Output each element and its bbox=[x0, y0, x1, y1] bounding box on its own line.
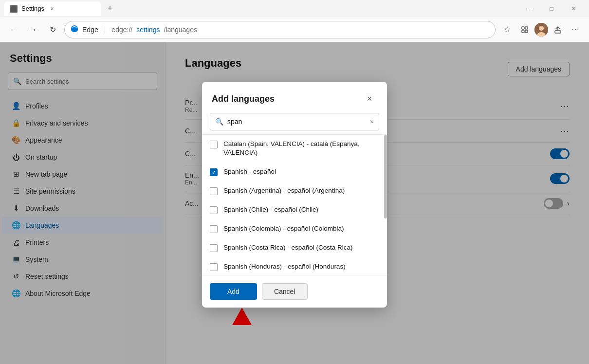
edge-logo bbox=[71, 25, 78, 35]
lang-name-spanish-costa-rica: Spanish (Costa Rica) - español (Costa Ri… bbox=[223, 243, 353, 253]
lang-name-catalan-spain: Catalan (Spain, VALENCIA) - català (Espa… bbox=[223, 140, 379, 158]
lang-name-spanish-colombia: Spanish (Colombia) - español (Colombia) bbox=[223, 224, 344, 234]
lang-item-spanish-colombia[interactable]: Spanish (Colombia) - español (Colombia) bbox=[202, 219, 387, 238]
svg-rect-6 bbox=[525, 30, 528, 33]
lang-checkbox-catalan-spain[interactable] bbox=[210, 141, 218, 148]
lang-item-spanish-argentina[interactable]: Spanish (Argentina) - español (Argentina… bbox=[202, 182, 387, 200]
lang-name-spanish-chile: Spanish (Chile) - español (Chile) bbox=[223, 205, 318, 215]
avatar[interactable] bbox=[534, 23, 548, 36]
modal-title: Add languages bbox=[212, 94, 275, 104]
active-tab[interactable]: Settings × bbox=[4, 1, 101, 16]
lang-item-spanish-honduras[interactable]: Spanish (Honduras) - español (Honduras) bbox=[202, 257, 387, 275]
toolbar: ← → ↻ Edge | edge://settings/languages ☆… bbox=[0, 17, 589, 42]
scrollbar-thumb bbox=[384, 135, 387, 219]
close-button[interactable]: ✕ bbox=[563, 0, 585, 17]
up-arrow-icon bbox=[232, 308, 252, 325]
lang-checkbox-spanish-costa-rica[interactable] bbox=[210, 244, 218, 252]
modal-search-icon: 🔍 bbox=[215, 118, 223, 126]
address-separator: | bbox=[104, 26, 106, 34]
minimize-button[interactable]: — bbox=[518, 0, 540, 17]
address-bar[interactable]: Edge | edge://settings/languages bbox=[64, 21, 496, 38]
svg-rect-5 bbox=[522, 30, 524, 33]
tab-title: Settings bbox=[21, 5, 44, 12]
address-path: /languages bbox=[164, 26, 197, 34]
collections-button[interactable] bbox=[517, 22, 533, 37]
address-highlight: settings bbox=[136, 26, 160, 34]
cancel-button[interactable]: Cancel bbox=[262, 283, 308, 300]
back-button[interactable]: ← bbox=[6, 22, 21, 37]
address-protocol: edge:// bbox=[111, 26, 132, 34]
lang-item-catalan-spain[interactable]: Catalan (Spain, VALENCIA) - català (Espa… bbox=[202, 135, 387, 163]
new-tab-button[interactable]: + bbox=[103, 2, 117, 16]
lang-checkbox-spanish[interactable]: ✓ bbox=[210, 168, 218, 176]
window-controls: — □ ✕ bbox=[518, 0, 585, 17]
modal-footer: Add Cancel bbox=[202, 275, 387, 308]
toolbar-icons: ☆ ⋯ bbox=[499, 22, 583, 37]
lang-name-spanish-argentina: Spanish (Argentina) - español (Argentina… bbox=[223, 186, 345, 196]
lang-checkbox-spanish-colombia[interactable] bbox=[210, 225, 218, 233]
lang-item-spanish-costa-rica[interactable]: Spanish (Costa Rica) - español (Costa Ri… bbox=[202, 238, 387, 257]
address-brand: Edge bbox=[82, 26, 98, 34]
modal-close-button[interactable]: × bbox=[362, 91, 377, 107]
tab-close-button[interactable]: × bbox=[48, 5, 56, 13]
modal-header: Add languages × bbox=[202, 82, 387, 113]
svg-rect-0 bbox=[11, 6, 17, 12]
modal-search-box[interactable]: 🔍 × bbox=[210, 113, 379, 130]
title-bar: Settings × + — □ ✕ bbox=[0, 0, 589, 17]
svg-rect-10 bbox=[555, 31, 561, 33]
add-button[interactable]: Add bbox=[210, 283, 257, 300]
svg-rect-3 bbox=[522, 27, 524, 29]
lang-name-spanish-honduras: Spanish (Honduras) - español (Honduras) bbox=[223, 262, 346, 272]
arrow-container bbox=[202, 308, 252, 325]
modal-search-input[interactable] bbox=[227, 118, 366, 126]
lang-checkbox-spanish-honduras[interactable] bbox=[210, 263, 218, 271]
modal-overlay[interactable]: Add languages × 🔍 × Catalan (Spain, VALE… bbox=[0, 42, 589, 364]
share-button[interactable] bbox=[550, 22, 566, 37]
lang-name-spanish: Spanish - español bbox=[223, 167, 276, 177]
lang-checkbox-spanish-argentina[interactable] bbox=[210, 187, 218, 195]
favorites-button[interactable]: ☆ bbox=[499, 22, 515, 37]
tab-favicon bbox=[10, 5, 18, 13]
language-list: Catalan (Spain, VALENCIA) - català (Espa… bbox=[202, 134, 387, 275]
forward-button[interactable]: → bbox=[25, 22, 41, 37]
scrollbar[interactable] bbox=[384, 135, 387, 275]
modal-clear-button[interactable]: × bbox=[370, 118, 374, 126]
maximize-button[interactable]: □ bbox=[540, 0, 563, 17]
add-languages-modal: Add languages × 🔍 × Catalan (Spain, VALE… bbox=[202, 82, 387, 308]
lang-checkbox-spanish-chile[interactable] bbox=[210, 206, 218, 214]
refresh-button[interactable]: ↻ bbox=[45, 22, 60, 37]
svg-point-8 bbox=[539, 26, 544, 31]
svg-rect-4 bbox=[525, 27, 528, 29]
svg-marker-11 bbox=[232, 308, 252, 325]
lang-item-spanish-chile[interactable]: Spanish (Chile) - español (Chile) bbox=[202, 200, 387, 219]
menu-button[interactable]: ⋯ bbox=[568, 22, 583, 37]
lang-item-spanish[interactable]: ✓ Spanish - español bbox=[202, 163, 387, 182]
